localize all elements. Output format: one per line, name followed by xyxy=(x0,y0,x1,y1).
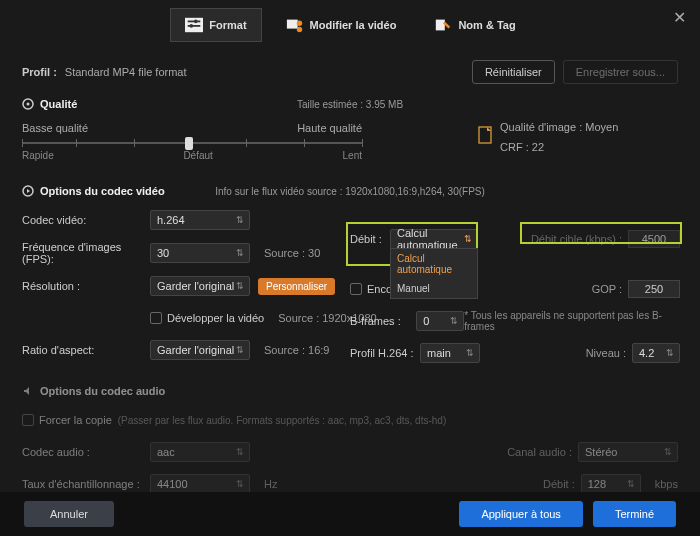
audio-bitrate-label: Débit : xyxy=(543,478,575,490)
speed-fast-label: Rapide xyxy=(22,150,54,161)
channel-select[interactable]: Stéréo⇅ xyxy=(578,442,678,462)
target-bitrate-input[interactable] xyxy=(628,230,680,248)
h264-profile-select[interactable]: main⇅ xyxy=(420,343,480,363)
bitrate-label: Débit : xyxy=(350,233,390,245)
sample-rate-unit: Hz xyxy=(264,478,277,490)
svg-point-6 xyxy=(296,21,301,26)
estimated-size: Taille estimée : 3.95 MB xyxy=(297,99,403,110)
speed-slow-label: Lent xyxy=(343,150,362,161)
imgq-value: Moyen xyxy=(585,121,618,133)
quality-title: Qualité xyxy=(40,98,77,110)
audio-codec-select[interactable]: aac⇅ xyxy=(150,442,250,462)
level-label: Niveau : xyxy=(586,347,626,359)
tab-format-label: Format xyxy=(209,19,246,31)
crf-label: CRF : xyxy=(500,141,529,153)
play-icon xyxy=(22,185,34,197)
tag-edit-icon xyxy=(434,17,452,33)
svg-point-3 xyxy=(194,20,198,24)
level-select[interactable]: 4.2⇅ xyxy=(632,343,680,363)
file-icon xyxy=(478,126,494,146)
tab-modify-video[interactable]: Modifier la vidéo xyxy=(272,8,411,42)
tab-format[interactable]: Format xyxy=(170,8,261,42)
bframes-note: * Tous les appareils ne supportent pas l… xyxy=(464,310,680,332)
fps-source: Source : 30 xyxy=(264,247,320,259)
fps-label: Fréquence d'images (FPS): xyxy=(22,241,150,265)
crf-value: 22 xyxy=(532,141,544,153)
slider-thumb[interactable] xyxy=(185,137,193,150)
svg-point-4 xyxy=(190,24,194,28)
audio-codec-title: Options du codec audio xyxy=(40,385,165,397)
customize-button[interactable]: Personnaliser xyxy=(258,278,335,295)
sample-rate-label: Taux d'échantillonnage : xyxy=(22,478,150,490)
ratio-select[interactable]: Garder l'original⇅ xyxy=(150,340,250,360)
speed-default-label: Défaut xyxy=(183,150,212,161)
quality-low-label: Basse qualité xyxy=(22,122,88,134)
video-codec-title: Options du codec vidéo xyxy=(40,185,165,197)
settings-sliders-icon xyxy=(185,17,203,33)
resolution-label: Résolution : xyxy=(22,280,150,292)
audio-codec-label: Codec audio : xyxy=(22,446,150,458)
bframes-label: B-frames : xyxy=(350,315,416,327)
enlarge-checkbox[interactable]: Développer la vidéo xyxy=(150,312,264,324)
bitrate-select[interactable]: Calcul automatique⇅ xyxy=(390,229,478,249)
bitrate-opt-auto[interactable]: Calcul automatique xyxy=(391,249,477,279)
speaker-icon xyxy=(22,385,34,397)
sample-rate-select[interactable]: 44100⇅ xyxy=(150,474,250,494)
target-bitrate-label: Débit cible (kbps) : xyxy=(531,233,622,245)
audio-bitrate-unit: kbps xyxy=(655,478,678,490)
svg-rect-5 xyxy=(287,20,298,29)
done-button[interactable]: Terminé xyxy=(593,501,676,527)
quality-slider[interactable]: Basse qualité Haute qualité Rapide Défau… xyxy=(22,122,362,161)
ratio-source: Source : 16:9 xyxy=(264,344,329,356)
svg-rect-8 xyxy=(436,20,445,31)
h264-profile-label: Profil H.264 : xyxy=(350,347,420,359)
svg-point-7 xyxy=(296,27,301,32)
bitrate-opt-manual[interactable]: Manuel xyxy=(391,279,477,298)
profile-label: Profil : xyxy=(22,66,57,78)
gop-label: GOP : xyxy=(592,283,622,295)
tab-name-tag[interactable]: Nom & Tag xyxy=(420,8,529,42)
video-codec-select[interactable]: h.264⇅ xyxy=(150,210,250,230)
fps-select[interactable]: 30⇅ xyxy=(150,243,250,263)
resolution-select[interactable]: Garder l'original⇅ xyxy=(150,276,250,296)
video-codec-label: Codec vidéo: xyxy=(22,214,150,226)
cut-video-icon xyxy=(286,17,304,33)
stream-info: Info sur le flux vidéo source : 1920x108… xyxy=(215,186,485,197)
svg-point-10 xyxy=(27,103,30,106)
apply-all-button[interactable]: Appliquer à tous xyxy=(459,501,583,527)
audio-bitrate-select[interactable]: 128⇅ xyxy=(581,474,641,494)
gear-icon xyxy=(22,98,34,110)
close-icon[interactable]: ✕ xyxy=(673,8,686,27)
reset-button[interactable]: Réinitialiser xyxy=(472,60,555,84)
tab-name-label: Nom & Tag xyxy=(458,19,515,31)
profile-value: Standard MP4 file format xyxy=(65,66,187,78)
bframes-select[interactable]: 0⇅ xyxy=(416,311,464,331)
force-copy-checkbox[interactable]: Forcer la copie xyxy=(22,414,112,426)
quality-readout: Qualité d'image : Moyen CRF : 22 xyxy=(500,118,618,158)
saveas-button[interactable]: Enregistrer sous... xyxy=(563,60,678,84)
gop-input[interactable] xyxy=(628,280,680,298)
tab-modify-label: Modifier la vidéo xyxy=(310,19,397,31)
force-copy-note: (Passer par les flux audio. Formats supp… xyxy=(118,415,446,426)
cancel-button[interactable]: Annuler xyxy=(24,501,114,527)
tabs: Format Modifier la vidéo Nom & Tag xyxy=(22,8,678,42)
ratio-label: Ratio d'aspect: xyxy=(22,344,150,356)
bitrate-dropdown-open: Calcul automatique Manuel xyxy=(390,248,478,299)
imgq-label: Qualité d'image : xyxy=(500,121,582,133)
channel-label: Canal audio : xyxy=(507,446,572,458)
quality-high-label: Haute qualité xyxy=(297,122,362,134)
